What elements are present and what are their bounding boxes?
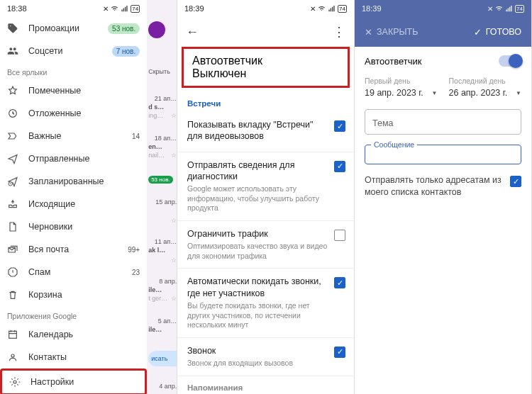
setting-diagnostics[interactable]: Отправлять сведения для диагностики Goog… [177,152,354,221]
setting-subtitle: Звонок для входящих вызовов [187,359,328,368]
drawer-outbox[interactable]: Исходящие [0,193,147,215]
checkbox[interactable] [334,277,345,288]
drawer-snoozed[interactable]: Отложенные [0,102,147,125]
section-meetings: Встречи [177,92,354,112]
setting-title: Автоматически покидать звонки, где нет у… [187,276,328,299]
checkbox[interactable] [334,347,345,358]
bg-sender: ak l… [148,247,177,254]
back-button[interactable]: ← [186,25,199,40]
bg-sender: en… [148,143,177,150]
setting-title: Звонок [187,345,328,356]
compose-btn-sliver[interactable]: исать [148,351,177,366]
setting-auto-leave[interactable]: Автоматически покидать звонки, где нет у… [177,269,354,337]
settings-scroll[interactable]: Автоответчик Выключен Встречи Показывать… [177,47,354,394]
drawer-all-mail[interactable]: Вся почта99+ [0,238,147,261]
contacts-only-row[interactable]: Отправлять только адресатам из моего спи… [365,174,521,198]
chevron-down-icon: ▼ [432,90,438,96]
message-label: Сообщение [371,140,417,149]
bg-snip: nail… [148,152,165,159]
status-icons: ✕ 74 [310,5,347,13]
message-input[interactable]: Сообщение [365,145,521,164]
bg-badge: 53 нов. [148,176,172,184]
autoresponder-form: Автоответчик Первый день 19 апр. 2023 г.… [355,47,531,207]
close-button[interactable]: ✕ЗАКРЫТЬ [365,27,418,38]
checkbox[interactable] [334,230,345,241]
important-icon [7,130,18,142]
status-bar: 18:39 ✕ 74 [355,0,531,17]
social-badge: 7 нов. [112,46,140,57]
drawer-sent[interactable]: Отправленные [0,147,147,170]
drawer-label: Календарь [28,330,140,339]
checkbox[interactable] [510,176,521,187]
enable-toggle[interactable] [499,55,521,67]
spam-count: 23 [132,269,140,276]
drawer-label: Помеченные [28,86,140,96]
bg-sender: ile… [148,286,177,293]
first-day-label: Первый день [365,77,438,85]
setting-ringtone[interactable]: Звонок Звонок для входящих вызовов [177,338,354,376]
setting-subtitle: Вы будете покидать звонки, где нет други… [187,301,328,330]
signal-icon [328,5,336,13]
checkbox[interactable] [334,161,345,172]
drawer-label: Вся почта [28,244,118,254]
background-inbox-sliver: Скрыть 21 ап… d s… ing…☆ 18 ап… en… nail… [147,0,177,394]
drawer-calendar[interactable]: Календарь [0,323,147,346]
last-day-value: 26 апр. 2023 г. [449,88,508,98]
drawer-section-labels: Все ярлыки [0,62,147,79]
last-day-picker[interactable]: Последний день 26 апр. 2023 г.▼ [449,77,522,98]
subject-input[interactable]: Тема [365,109,521,135]
calendar-icon [7,329,18,340]
drawer-starred[interactable]: Помеченные [0,79,147,102]
done-button[interactable]: ✓ГОТОВО [474,27,521,38]
important-count: 14 [132,133,140,140]
scheduled-icon [7,176,18,187]
status-icons: ✕ 74 [487,5,524,13]
mute-icon: ✕ [310,5,316,13]
setting-autoresponder[interactable]: Автоответчик Выключен [182,47,350,88]
drawer-promotions[interactable]: Промоакции 53 нов. [0,17,147,40]
drawer-label: Контакты [28,352,140,362]
allmail-count: 99+ [128,246,140,254]
battery-icon: 74 [338,5,347,13]
done-label: ГОТОВО [486,27,521,37]
star-icon: ☆ [171,217,177,224]
last-day-label: Последний день [449,77,522,85]
status-time: 18:39 [184,4,204,13]
status-time: 18:39 [362,4,382,13]
setting-limit-traffic[interactable]: Ограничить трафик Оптимизировать качеств… [177,221,354,269]
bg-date: 15 апр. [148,198,177,206]
bg-hide: Скрыть [148,68,177,75]
bg-date: 18 ап… [148,135,177,142]
drawer-trash[interactable]: Корзина [0,283,147,306]
outbox-icon [7,198,18,210]
subject-placeholder: Тема [372,118,393,128]
bg-date: 4 апр. [148,383,177,390]
pane-autoresponder-form: 18:39 ✕ 74 ✕ЗАКРЫТЬ ✓ГОТОВО Автоответчик… [355,0,532,394]
drawer-social[interactable]: Соцсети 7 нов. [0,40,147,62]
autoresponder-status: Выключен [192,67,339,80]
star-icon [7,85,18,96]
svg-rect-2 [9,331,17,338]
first-day-picker[interactable]: Первый день 19 апр. 2023 г.▼ [365,77,438,98]
drawer-spam[interactable]: Спам23 [0,261,147,283]
checkbox[interactable] [334,120,345,132]
setting-subtitle: Google может использовать эту информацию… [187,184,328,213]
drafts-icon [7,221,18,232]
send-icon [7,153,18,164]
drawer-contacts[interactable]: Контакты [0,346,147,368]
mute-icon: ✕ [103,5,109,13]
drawer-important[interactable]: Важные14 [0,125,147,147]
drawer-label: Отложенные [28,108,140,118]
svg-point-4 [13,381,16,383]
more-button[interactable]: ⋮ [333,24,345,40]
drawer-scheduled[interactable]: Запланированные [0,170,147,193]
drawer-section-googleapps: Приложения Google [0,306,147,323]
pane-settings: 18:39 ✕ 74 ← ⋮ Автоответчик Выключен Вст… [177,0,355,394]
avatar [148,21,165,38]
form-title: Автоответчик [365,56,421,67]
drawer-drafts[interactable]: Черновики [0,215,147,238]
drawer-settings[interactable]: Настройки [0,368,147,394]
setting-meet-tab[interactable]: Показывать вкладку "Встречи" для видеовы… [177,112,354,152]
status-bar: 18:39 ✕ 74 [177,0,354,17]
clock-icon [7,108,18,119]
